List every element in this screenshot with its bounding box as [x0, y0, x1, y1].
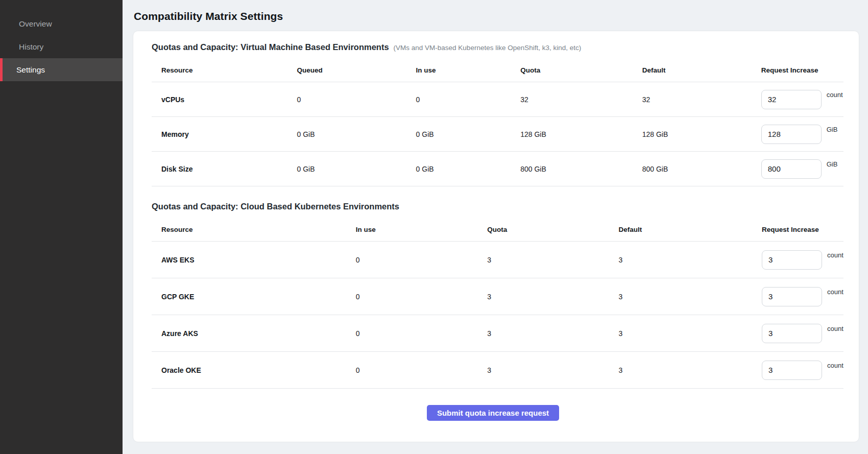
quota-cell: 128 GiB	[520, 130, 642, 138]
request-increase-cell: GiB	[761, 159, 843, 179]
request-increase-cell: GiB	[761, 125, 843, 144]
request-increase-cell: count	[762, 250, 843, 270]
request-increase-input[interactable]	[762, 361, 822, 380]
column-header-quota: Quota	[487, 226, 618, 233]
default-cell: 3	[619, 366, 762, 374]
cloud-table-body: AWS EKS 0 3 3 count GCP GKE 0 3	[152, 242, 843, 389]
resource-name-cell: vCPUs	[152, 95, 297, 104]
column-header-default: Default	[642, 66, 761, 74]
in-use-cell: 0	[356, 366, 487, 374]
quota-cell: 3	[487, 256, 618, 264]
main-content: Compatibility Matrix Settings Quotas and…	[123, 0, 868, 454]
queued-cell: 0	[297, 95, 416, 104]
column-header-request-increase: Request Increase	[762, 226, 843, 233]
sidebar-item-label: Overview	[19, 19, 52, 29]
resource-name-cell: GCP GKE	[152, 293, 356, 301]
cloud-table-header-row: Resource In use Quota Default Request In…	[152, 211, 843, 242]
column-header-default: Default	[619, 226, 762, 233]
in-use-cell: 0 GiB	[416, 165, 521, 173]
request-increase-input[interactable]	[761, 125, 822, 144]
default-cell: 128 GiB	[642, 130, 761, 138]
queued-cell: 0 GiB	[297, 130, 416, 138]
in-use-cell: 0	[356, 293, 487, 301]
column-header-request-increase: Request Increase	[761, 66, 843, 74]
column-header-in-use: In use	[356, 226, 487, 233]
quota-cell: 32	[520, 95, 642, 104]
cloud-section-title: Quotas and Capacity: Cloud Based Kuberne…	[152, 202, 399, 211]
table-row: GCP GKE 0 3 3 count	[152, 278, 843, 315]
unit-label: count	[827, 325, 843, 332]
in-use-cell: 0	[416, 95, 521, 104]
vm-quota-table: Resource Queued In use Quota Default Req…	[152, 52, 843, 186]
column-header-resource: Resource	[152, 226, 356, 233]
resource-name-cell: Azure AKS	[152, 329, 356, 338]
default-cell: 3	[619, 256, 762, 264]
table-row: Memory 0 GiB 0 GiB 128 GiB 128 GiB GiB	[152, 117, 843, 152]
resource-name-cell: Memory	[152, 130, 297, 138]
unit-label: count	[827, 251, 843, 259]
request-increase-input[interactable]	[762, 287, 822, 306]
unit-label: count	[827, 91, 843, 99]
column-header-in-use: In use	[416, 66, 521, 74]
sidebar: Overview History Settings	[0, 0, 123, 454]
request-increase-input[interactable]	[762, 250, 822, 270]
default-cell: 3	[619, 329, 762, 338]
request-increase-cell: count	[761, 90, 843, 109]
request-increase-cell: count	[762, 324, 843, 343]
sidebar-item-settings[interactable]: Settings	[0, 58, 123, 81]
column-header-queued: Queued	[297, 66, 416, 74]
in-use-cell: 0	[356, 329, 487, 338]
request-increase-input[interactable]	[762, 324, 822, 343]
quota-cell: 3	[487, 329, 618, 338]
queued-cell: 0 GiB	[297, 165, 416, 173]
default-cell: 32	[642, 95, 761, 104]
request-increase-input[interactable]	[761, 90, 822, 109]
cloud-quota-table: Resource In use Quota Default Request In…	[152, 211, 843, 389]
table-row: vCPUs 0 0 32 32 count	[152, 82, 843, 117]
submit-button-row: Submit quota increase request	[142, 389, 843, 430]
vm-table-body: vCPUs 0 0 32 32 count Memory 0 GiB	[152, 82, 843, 186]
in-use-cell: 0	[356, 256, 487, 264]
default-cell: 3	[619, 293, 762, 301]
request-increase-cell: count	[762, 361, 843, 380]
column-header-resource: Resource	[152, 66, 297, 74]
quota-cell: 800 GiB	[520, 165, 642, 173]
request-increase-input[interactable]	[761, 159, 822, 179]
resource-name-cell: AWS EKS	[152, 256, 356, 264]
table-row: Oracle OKE 0 3 3 count	[152, 352, 843, 389]
unit-label: count	[827, 362, 843, 369]
resource-name-cell: Disk Size	[152, 165, 297, 173]
resource-name-cell: Oracle OKE	[152, 366, 356, 374]
table-row: Azure AKS 0 3 3 count	[152, 315, 843, 352]
sidebar-item-history[interactable]: History	[0, 35, 123, 58]
sidebar-item-label: History	[19, 42, 43, 52]
vm-section-subtitle: (VMs and VM-based Kubernetes like OpenSh…	[394, 44, 582, 52]
unit-label: GiB	[827, 160, 838, 168]
submit-quota-increase-button[interactable]: Submit quota increase request	[427, 405, 559, 421]
cloud-section-header: Quotas and Capacity: Cloud Based Kuberne…	[152, 202, 843, 211]
vm-section-header: Quotas and Capacity: Virtual Machine Bas…	[152, 42, 843, 52]
unit-label: GiB	[827, 126, 838, 133]
table-row: Disk Size 0 GiB 0 GiB 800 GiB 800 GiB Gi…	[152, 152, 843, 186]
in-use-cell: 0 GiB	[416, 130, 521, 138]
quotas-card: Quotas and Capacity: Virtual Machine Bas…	[133, 31, 859, 442]
table-row: AWS EKS 0 3 3 count	[152, 242, 843, 278]
sidebar-item-label: Settings	[16, 65, 45, 75]
request-increase-cell: count	[762, 287, 843, 306]
vm-section-title: Quotas and Capacity: Virtual Machine Bas…	[152, 42, 389, 52]
unit-label: count	[827, 288, 843, 296]
vm-table-header-row: Resource Queued In use Quota Default Req…	[152, 52, 843, 82]
default-cell: 800 GiB	[642, 165, 761, 173]
column-header-quota: Quota	[520, 66, 642, 74]
sidebar-item-overview[interactable]: Overview	[0, 12, 123, 35]
page-title: Compatibility Matrix Settings	[134, 10, 859, 22]
quota-cell: 3	[487, 366, 618, 374]
quota-cell: 3	[487, 293, 618, 301]
